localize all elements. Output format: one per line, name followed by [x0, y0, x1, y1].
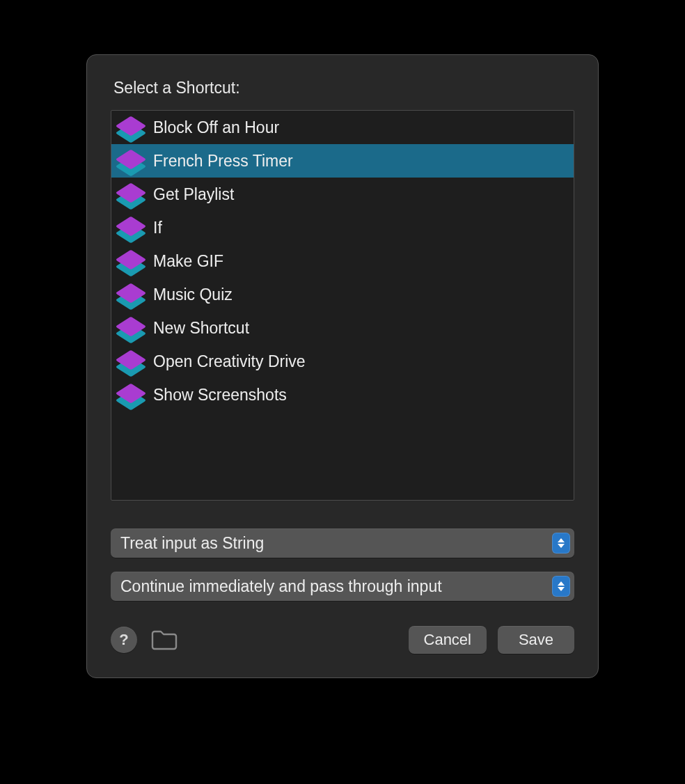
help-icon: ? — [119, 631, 128, 649]
shortcut-stack-icon — [120, 217, 142, 239]
dialog-footer: ? Cancel Save — [111, 626, 574, 654]
list-item[interactable]: French Press Timer — [111, 144, 574, 178]
folder-button[interactable] — [148, 627, 180, 653]
shortcut-stack-icon — [120, 317, 142, 339]
list-item-label: Block Off an Hour — [153, 118, 279, 137]
list-item-label: Show Screenshots — [153, 386, 287, 405]
list-item[interactable]: If — [111, 211, 574, 244]
cancel-button-label: Cancel — [424, 631, 471, 649]
continue-behavior-label: Continue immediately and pass through in… — [120, 577, 442, 596]
dropdown-group: Treat input as String Continue immediate… — [111, 528, 574, 601]
cancel-button[interactable]: Cancel — [409, 626, 487, 654]
shortcut-listbox[interactable]: Block Off an HourFrench Press TimerGet P… — [111, 110, 574, 501]
input-treatment-label: Treat input as String — [120, 534, 264, 553]
save-button[interactable]: Save — [498, 626, 574, 654]
shortcut-stack-icon — [120, 150, 142, 172]
list-item[interactable]: Make GIF — [111, 244, 574, 278]
updown-stepper-icon — [552, 533, 570, 554]
list-item-label: Make GIF — [153, 252, 223, 271]
list-item-label: Open Creativity Drive — [153, 352, 306, 371]
list-item[interactable]: New Shortcut — [111, 311, 574, 345]
list-item[interactable]: Show Screenshots — [111, 378, 574, 411]
continue-behavior-popup[interactable]: Continue immediately and pass through in… — [111, 572, 574, 601]
updown-stepper-icon — [552, 576, 570, 597]
list-item[interactable]: Music Quiz — [111, 278, 574, 311]
list-item[interactable]: Get Playlist — [111, 178, 574, 211]
shortcut-stack-icon — [120, 350, 142, 373]
list-item-label: New Shortcut — [153, 319, 249, 338]
folder-icon — [150, 629, 178, 651]
list-item[interactable]: Block Off an Hour — [111, 111, 574, 144]
shortcut-stack-icon — [120, 283, 142, 306]
select-shortcut-dialog: Select a Shortcut: Block Off an HourFren… — [86, 54, 599, 678]
dialog-heading: Select a Shortcut: — [113, 79, 574, 97]
list-item[interactable]: Open Creativity Drive — [111, 345, 574, 378]
list-item-label: Get Playlist — [153, 185, 234, 204]
save-button-label: Save — [519, 631, 553, 649]
list-item-label: French Press Timer — [153, 152, 293, 171]
shortcut-stack-icon — [120, 250, 142, 272]
shortcut-stack-icon — [120, 116, 142, 139]
list-item-label: Music Quiz — [153, 285, 233, 304]
help-button[interactable]: ? — [111, 627, 137, 653]
input-treatment-popup[interactable]: Treat input as String — [111, 528, 574, 558]
list-item-label: If — [153, 219, 162, 237]
shortcut-stack-icon — [120, 183, 142, 205]
shortcut-stack-icon — [120, 384, 142, 406]
